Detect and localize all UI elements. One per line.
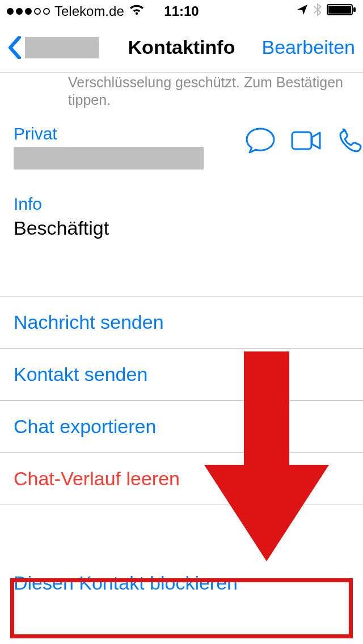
message-icon[interactable] [245, 126, 276, 155]
phone-section: Privat [0, 124, 363, 170]
clear-chat-row[interactable]: Chat-Verlauf leeren [0, 452, 363, 505]
nav-bar: Kontaktinfo Bearbeiten [0, 23, 363, 73]
info-section: Info Beschäftigt [0, 194, 363, 239]
svg-rect-2 [353, 7, 356, 12]
phone-value-redacted[interactable] [14, 147, 204, 170]
wifi-icon [129, 3, 145, 19]
block-section: Diesen Kontakt blockieren [0, 557, 363, 609]
block-contact-row[interactable]: Diesen Kontakt blockieren [14, 557, 349, 609]
phone-icon[interactable] [337, 128, 363, 154]
status-time: 11:10 [164, 3, 199, 19]
action-list: Nachricht senden Kontakt senden Chat exp… [0, 296, 363, 505]
encryption-note[interactable]: Verschlüsselung geschützt. Zum Bestätige… [0, 74, 363, 109]
info-value: Beschäftigt [14, 217, 349, 239]
send-contact-row[interactable]: Kontakt senden [0, 348, 363, 400]
comm-icons [245, 126, 363, 155]
svg-rect-3 [292, 132, 311, 149]
video-icon[interactable] [290, 129, 322, 152]
back-label-redacted [25, 37, 99, 58]
battery-icon [327, 3, 356, 19]
carrier-label: Telekom.de [54, 3, 124, 19]
content: Verschlüsselung geschützt. Zum Bestätige… [0, 74, 363, 609]
signal-dots [7, 8, 50, 15]
export-chat-row[interactable]: Chat exportieren [0, 400, 363, 452]
status-bar: Telekom.de 11:10 [0, 0, 363, 23]
status-right [296, 2, 356, 20]
bluetooth-icon [313, 2, 322, 20]
chevron-left-icon [8, 36, 22, 59]
back-button[interactable] [8, 36, 99, 59]
page-title: Kontaktinfo [128, 36, 235, 58]
info-label: Info [14, 194, 349, 214]
svg-rect-1 [328, 6, 351, 14]
location-icon [296, 3, 309, 19]
edit-button[interactable]: Bearbeiten [262, 36, 355, 58]
send-message-row[interactable]: Nachricht senden [0, 296, 363, 348]
status-left: Telekom.de [7, 3, 145, 19]
